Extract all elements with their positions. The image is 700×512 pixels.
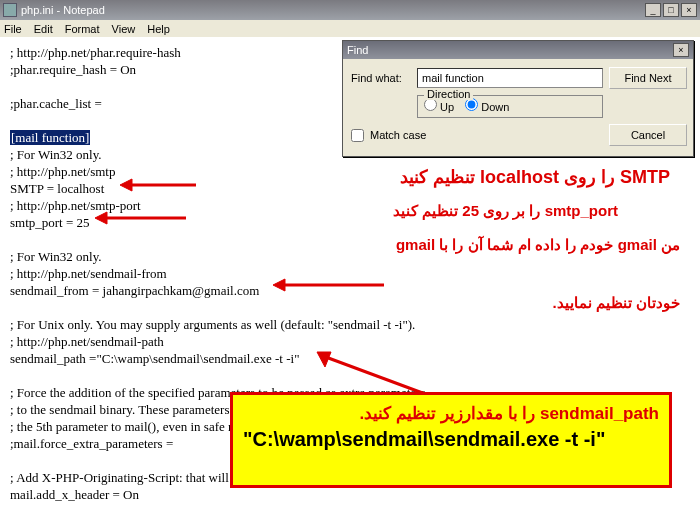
text-line: ; For Unix only. You may supply argument…: [10, 316, 690, 333]
annotation-sendmail-1: sendmail_path را با مقدارزیر تنظیم کنید.: [243, 403, 659, 424]
text-line: mail.add_x_header = On: [10, 486, 690, 503]
annotation-sendmail-2: "C:\wamp\sendmail\sendmail.exe -t -i": [243, 428, 659, 451]
svg-marker-5: [273, 279, 285, 291]
svg-marker-1: [120, 179, 132, 191]
menubar: File Edit Format View Help: [0, 20, 700, 38]
titlebar: php.ini - Notepad _ □ ×: [0, 0, 700, 20]
find-dialog-title: Find: [347, 44, 673, 56]
match-case-checkbox[interactable]: [351, 129, 364, 142]
minimize-button[interactable]: _: [645, 3, 661, 17]
annotation-gmail-2: خودتان تنظیم نمایید.: [300, 294, 680, 312]
annotation-smtp: SMTP را روی localhost تنظیم کنید: [210, 166, 670, 188]
menu-edit[interactable]: Edit: [34, 23, 53, 35]
svg-marker-3: [95, 212, 107, 224]
match-case-label: Match case: [370, 129, 426, 141]
window-title: php.ini - Notepad: [21, 4, 645, 16]
annotation-box: sendmail_path را با مقدارزیر تنظیم کنید.…: [230, 392, 672, 488]
close-button[interactable]: ×: [681, 3, 697, 17]
menu-format[interactable]: Format: [65, 23, 100, 35]
menu-file[interactable]: File: [4, 23, 22, 35]
annotation-smtp-port: smtp_port را بر روی 25 تنظیم کنید: [198, 202, 618, 220]
find-what-input[interactable]: [417, 68, 603, 88]
find-close-button[interactable]: ×: [673, 43, 689, 57]
app-icon: [3, 3, 17, 17]
text-line: ; http://php.net/sendmail-path: [10, 333, 690, 350]
menu-view[interactable]: View: [112, 23, 136, 35]
menu-help[interactable]: Help: [147, 23, 170, 35]
direction-label: Direction: [424, 88, 473, 100]
annotation-gmail-1: من gmail خودم را داده ام شما آن را با gm…: [300, 236, 680, 254]
find-what-label: Find what:: [351, 72, 411, 84]
svg-line-6: [323, 356, 428, 395]
maximize-button[interactable]: □: [663, 3, 679, 17]
selected-text: [mail function]: [10, 130, 90, 145]
find-next-button[interactable]: Find Next: [609, 67, 687, 89]
cancel-button[interactable]: Cancel: [609, 124, 687, 146]
find-dialog: Find × Find what: Find Next Match case C…: [342, 40, 694, 157]
